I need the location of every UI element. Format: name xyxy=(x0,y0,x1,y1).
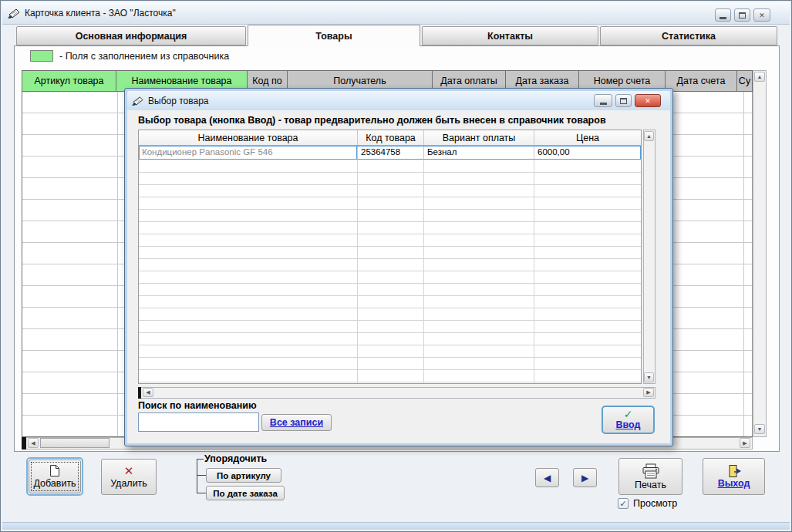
dialog-instruction: Выбор товара (кнопка Ввод) - товар предв… xyxy=(138,115,606,126)
order-by-article-button[interactable]: По артикулу xyxy=(206,468,281,483)
order-group-bracket xyxy=(197,493,206,493)
scroll-up-button[interactable]: ▲ xyxy=(754,72,765,82)
product-name-cell[interactable]: Кондиционер Panasonic GF 546 xyxy=(139,146,357,160)
dialog-close-button[interactable]: ✕ xyxy=(635,94,661,107)
dialog-titlebar: Выбор товара xyxy=(127,91,670,110)
scroll-right-button[interactable]: ▶ xyxy=(643,388,654,397)
dialog-content: Выбор товара (кнопка Ввод) - товар предв… xyxy=(127,110,670,443)
window-titlebar: Карточка клиента - ЗАО "Ласточка" xyxy=(2,2,790,25)
previous-record-button[interactable]: ◀ xyxy=(535,468,559,487)
payment-type-cell[interactable]: Безнал xyxy=(423,146,534,160)
printer-icon xyxy=(642,463,660,479)
minimize-button[interactable] xyxy=(715,8,731,22)
dialog-maximize-button[interactable] xyxy=(615,94,632,107)
delete-button[interactable]: ✕ Удалить xyxy=(101,459,157,495)
column-header-payment-type[interactable]: Вариант оплаты xyxy=(423,130,534,145)
product-select-icon xyxy=(132,96,143,106)
tab-contacts[interactable]: Контакты xyxy=(422,26,598,45)
product-code-cell[interactable]: 25364758 xyxy=(357,146,423,160)
search-by-name-label: Поиск по наименованию xyxy=(138,400,257,411)
preview-checkbox[interactable]: ✓ xyxy=(618,498,629,509)
vertical-scrollbar[interactable] xyxy=(753,70,767,437)
legend-label: - Поля с заполнением из справочника xyxy=(59,51,229,62)
next-record-button[interactable]: ▶ xyxy=(573,468,597,487)
scroll-down-button[interactable]: ▼ xyxy=(754,424,765,434)
tab-products[interactable]: Товары xyxy=(248,25,420,46)
order-group-bracket xyxy=(197,475,206,476)
maximize-icon xyxy=(739,12,746,19)
window-bottom-frame xyxy=(2,522,790,530)
client-card-window: Карточка клиента - ЗАО "Ласточка" ✕ Осно… xyxy=(0,0,792,532)
scrollbar-gripper xyxy=(138,387,141,399)
product-table-header: Наименование товара Код товара Вариант о… xyxy=(139,130,641,146)
price-cell[interactable]: 6000,00 xyxy=(534,146,641,160)
scroll-up-icon: ▲ xyxy=(757,74,763,79)
scrollbar-gripper xyxy=(22,437,26,450)
column-header-product-name[interactable]: Наименование товара xyxy=(139,130,357,145)
scroll-down-icon: ▼ xyxy=(757,426,763,432)
print-button[interactable]: Печать xyxy=(618,458,682,495)
order-group-bracket xyxy=(197,459,197,493)
scroll-up-icon: ▲ xyxy=(646,133,652,139)
add-button[interactable]: Добавить xyxy=(29,460,81,493)
column-header-product-code[interactable]: Код товара xyxy=(357,130,423,145)
product-table-empty-rows[interactable] xyxy=(139,160,641,383)
exit-button-label: Выход xyxy=(718,478,750,489)
maximize-button[interactable] xyxy=(734,8,750,22)
scroll-left-button[interactable]: ◀ xyxy=(28,438,39,448)
arrow-left-icon: ◀ xyxy=(544,473,551,483)
tab-statistics[interactable]: Статистика xyxy=(600,26,777,45)
column-header-invoice-date[interactable]: Дата счета xyxy=(665,70,737,92)
product-row-selected[interactable]: Кондиционер Panasonic GF 546 25364758 Бе… xyxy=(139,146,641,160)
close-button[interactable]: ✕ xyxy=(753,8,770,22)
delete-cross-icon: ✕ xyxy=(124,465,134,477)
minimize-icon xyxy=(720,17,726,19)
preview-checkbox-label: Просмотр xyxy=(633,498,677,509)
tab-main-info[interactable]: Основная информация xyxy=(16,26,246,45)
minimize-icon xyxy=(600,103,607,105)
column-header-price[interactable]: Цена xyxy=(534,130,641,145)
grid-line xyxy=(743,92,744,436)
dialog-minimize-button[interactable] xyxy=(594,94,612,107)
client-card-icon xyxy=(8,8,20,19)
product-select-dialog: Выбор товара ✕ Выбор товара (кнопка Ввод… xyxy=(124,88,673,446)
exit-button[interactable]: Выход xyxy=(703,458,765,495)
maximize-icon xyxy=(620,98,627,104)
order-group-label: Упорядочить xyxy=(204,453,267,464)
column-header-article[interactable]: Артикул товара xyxy=(22,70,116,92)
dialog-horizontal-scrollbar[interactable] xyxy=(138,387,656,399)
column-header-sum[interactable]: Су xyxy=(736,70,753,92)
scroll-right-icon: ▶ xyxy=(743,440,747,446)
grid-line xyxy=(357,160,358,383)
arrow-right-icon: ▶ xyxy=(581,473,588,483)
add-button-focus-ring: Добавить xyxy=(26,457,83,496)
dialog-title: Выбор товара xyxy=(148,96,208,106)
delete-button-label: Удалить xyxy=(110,478,147,489)
scroll-up-button[interactable]: ▲ xyxy=(644,131,654,141)
scroll-right-button[interactable]: ▶ xyxy=(740,438,750,448)
scroll-left-button[interactable]: ◀ xyxy=(143,388,153,397)
dialog-vertical-scrollbar[interactable] xyxy=(643,130,656,384)
order-by-order-date-button[interactable]: По дате заказа xyxy=(206,486,285,500)
scroll-down-button[interactable]: ▼ xyxy=(644,372,654,382)
search-input[interactable] xyxy=(138,412,259,432)
legend-green-swatch xyxy=(30,50,53,62)
all-records-label: Все записи xyxy=(270,417,323,428)
grid-line xyxy=(117,92,118,436)
order-group-bracket xyxy=(197,459,204,460)
grid-line xyxy=(423,160,424,383)
close-icon: ✕ xyxy=(645,97,651,105)
print-button-label: Печать xyxy=(635,480,666,490)
close-icon: ✕ xyxy=(759,12,765,19)
scrollbar-thumb[interactable] xyxy=(40,438,110,448)
window-title: Карточка клиента - ЗАО "Ласточка" xyxy=(25,8,176,19)
all-records-button[interactable]: Все записи xyxy=(261,414,332,431)
checkbox-check-icon: ✓ xyxy=(619,499,626,508)
add-button-label: Добавить xyxy=(33,478,76,489)
enter-button[interactable]: ✓ Ввод xyxy=(602,406,655,434)
grid-line xyxy=(534,160,534,383)
product-table: Наименование товара Код товара Вариант о… xyxy=(138,130,642,384)
scroll-right-icon: ▶ xyxy=(646,389,650,396)
exit-door-icon xyxy=(726,464,742,478)
scroll-left-icon: ◀ xyxy=(146,389,150,396)
